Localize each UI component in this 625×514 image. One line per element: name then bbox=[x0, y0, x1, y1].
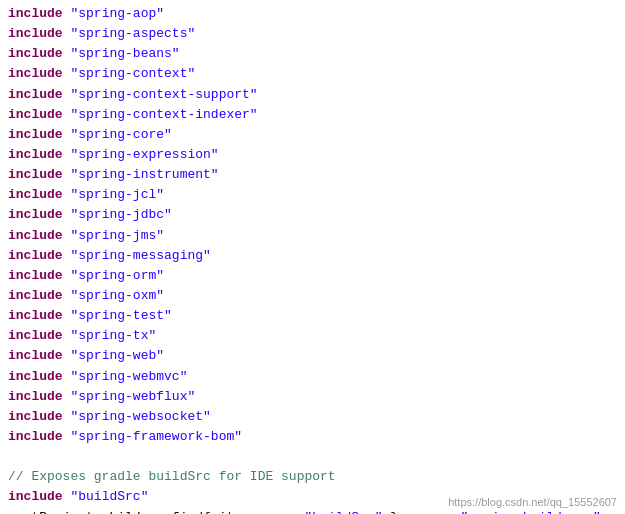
code-token-string: "spring-aop" bbox=[70, 4, 164, 24]
code-token-keyword: include bbox=[8, 226, 63, 246]
code-token-normal bbox=[63, 44, 71, 64]
code-token-string: "spring-jcl" bbox=[70, 185, 164, 205]
code-token-keyword: include bbox=[8, 125, 63, 145]
code-token-normal bbox=[63, 387, 71, 407]
code-token-keyword: include bbox=[8, 145, 63, 165]
code-token-keyword: include bbox=[8, 407, 63, 427]
code-line: include "spring-context-indexer" bbox=[0, 105, 625, 125]
code-token-normal bbox=[63, 326, 71, 346]
code-token-string: "spring-websocket" bbox=[70, 407, 210, 427]
code-token-keyword: include bbox=[8, 346, 63, 366]
code-token-normal bbox=[63, 205, 71, 225]
code-token-string: "spring-web" bbox=[70, 346, 164, 366]
code-line: include "spring-oxm" bbox=[0, 286, 625, 306]
code-token-string: "spring-jms" bbox=[70, 226, 164, 246]
code-line: include "spring-instrument" bbox=[0, 165, 625, 185]
code-token-string: "spring-core" bbox=[70, 125, 171, 145]
code-token-string: "spring-webmvc" bbox=[70, 367, 187, 387]
code-line: rootProject.children.find{ it.name == "b… bbox=[0, 508, 625, 514]
code-token-keyword: include bbox=[8, 326, 63, 346]
code-token-keyword: include bbox=[8, 387, 63, 407]
code-token-string: "spring-messaging" bbox=[70, 246, 210, 266]
code-token-string: "spring-context" bbox=[70, 64, 195, 84]
code-line: include "spring-framework-bom" bbox=[0, 427, 625, 447]
code-token-keyword: include bbox=[8, 306, 63, 326]
code-token-keyword: include bbox=[8, 266, 63, 286]
code-token-normal bbox=[63, 4, 71, 24]
code-token-normal bbox=[63, 24, 71, 44]
code-token-string: "spring-tx" bbox=[70, 326, 156, 346]
code-token-normal bbox=[63, 367, 71, 387]
code-line bbox=[0, 447, 625, 467]
code-token-normal bbox=[63, 427, 71, 447]
code-line: include "spring-jcl" bbox=[0, 185, 625, 205]
code-token-normal bbox=[63, 407, 71, 427]
code-token-string: "spring-context-support" bbox=[70, 85, 257, 105]
code-token-keyword: include bbox=[8, 165, 63, 185]
code-token-normal: }.name = bbox=[382, 508, 460, 514]
code-editor: include "spring-aop"include "spring-aspe… bbox=[0, 0, 625, 514]
code-token-normal bbox=[63, 266, 71, 286]
code-token-string: "spring-context-indexer" bbox=[70, 105, 257, 125]
code-line: include "spring-core" bbox=[0, 125, 625, 145]
code-token-keyword: include bbox=[8, 286, 63, 306]
code-token-string: "spring-instrument" bbox=[70, 165, 218, 185]
code-token-normal: rootProject.children.find{ it.name == bbox=[8, 508, 304, 514]
code-line: include "spring-context" bbox=[0, 64, 625, 84]
code-token-normal bbox=[63, 246, 71, 266]
code-token-keyword: include bbox=[8, 427, 63, 447]
watermark: https://blog.csdn.net/qq_15552607 bbox=[448, 496, 617, 508]
code-line: include "spring-web" bbox=[0, 346, 625, 366]
code-token-normal bbox=[63, 185, 71, 205]
code-token-string: "spring-test" bbox=[70, 306, 171, 326]
code-token-string: "spring-framework-bom" bbox=[70, 427, 242, 447]
code-token-string: "spring-aspects" bbox=[70, 24, 195, 44]
code-line: include "spring-aspects" bbox=[0, 24, 625, 44]
code-token-keyword: include bbox=[8, 85, 63, 105]
code-token-normal bbox=[63, 165, 71, 185]
code-token-string: "buildSrc" bbox=[70, 487, 148, 507]
code-line: include "spring-webmvc" bbox=[0, 367, 625, 387]
code-token-keyword: include bbox=[8, 64, 63, 84]
code-line: include "spring-webflux" bbox=[0, 387, 625, 407]
code-token-normal bbox=[63, 64, 71, 84]
code-line: include "spring-context-support" bbox=[0, 85, 625, 105]
code-token-string: "spring-expression" bbox=[70, 145, 218, 165]
code-token-normal bbox=[63, 125, 71, 145]
code-token-string: "spring-oxm" bbox=[70, 286, 164, 306]
code-token-keyword: include bbox=[8, 246, 63, 266]
code-token-string: "spring-webflux" bbox=[70, 387, 195, 407]
code-token-string: "spring-jdbc" bbox=[70, 205, 171, 225]
code-token-keyword: include bbox=[8, 205, 63, 225]
code-token-normal bbox=[63, 226, 71, 246]
code-token-normal bbox=[63, 85, 71, 105]
code-token-string: "spring-beans" bbox=[70, 44, 179, 64]
code-token-keyword: include bbox=[8, 24, 63, 44]
code-line: include "spring-test" bbox=[0, 306, 625, 326]
code-line: include "spring-messaging" bbox=[0, 246, 625, 266]
code-line: include "spring-jms" bbox=[0, 226, 625, 246]
code-token-normal bbox=[63, 105, 71, 125]
code-token-normal bbox=[63, 487, 71, 507]
code-token-string: "spring-build-src" bbox=[460, 508, 600, 514]
code-line: include "spring-beans" bbox=[0, 44, 625, 64]
code-token-normal bbox=[63, 346, 71, 366]
code-token-comment: // Exposes gradle buildSrc for IDE suppo… bbox=[8, 467, 336, 487]
code-line: include "spring-jdbc" bbox=[0, 205, 625, 225]
code-line: include "spring-expression" bbox=[0, 145, 625, 165]
code-token-keyword: include bbox=[8, 105, 63, 125]
code-line: include "spring-tx" bbox=[0, 326, 625, 346]
code-line: include "spring-orm" bbox=[0, 266, 625, 286]
code-token-keyword: include bbox=[8, 487, 63, 507]
code-line: // Exposes gradle buildSrc for IDE suppo… bbox=[0, 467, 625, 487]
code-token-keyword: include bbox=[8, 367, 63, 387]
code-token-keyword: include bbox=[8, 185, 63, 205]
code-token-string: "buildSrc" bbox=[304, 508, 382, 514]
code-token-normal bbox=[63, 306, 71, 326]
code-line: include "spring-aop" bbox=[0, 4, 625, 24]
code-token-string: "spring-orm" bbox=[70, 266, 164, 286]
code-token-keyword: include bbox=[8, 44, 63, 64]
code-token-keyword: include bbox=[8, 4, 63, 24]
code-token-normal bbox=[63, 286, 71, 306]
code-line: include "spring-websocket" bbox=[0, 407, 625, 427]
